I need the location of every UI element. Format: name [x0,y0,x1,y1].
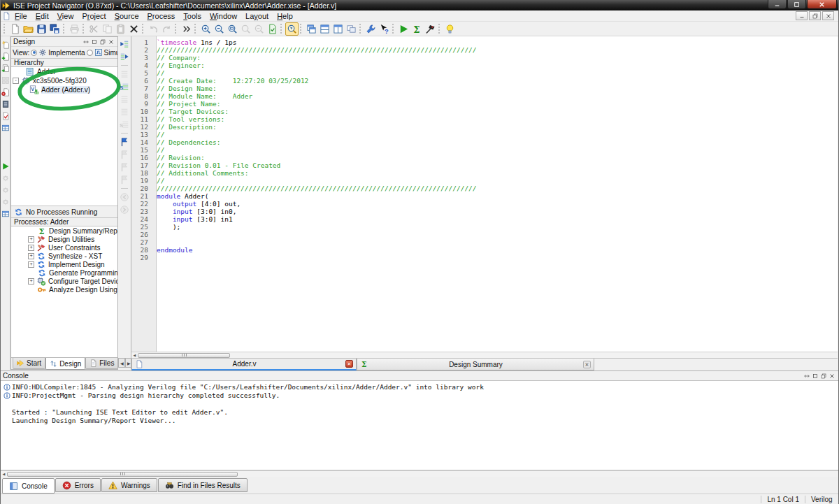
context-help-button[interactable]: ? [378,22,391,36]
tree-expander-icon[interactable]: + [28,261,34,268]
console-maximize-button[interactable] [811,372,819,380]
design-summary-button[interactable]: Σ [410,22,424,36]
tree-expander-icon[interactable]: + [28,253,34,259]
copy-button[interactable] [101,22,114,36]
console-undock-button[interactable] [819,372,828,380]
process-item[interactable]: +Design Utilities [11,235,117,243]
toggle-process-panel-button[interactable] [1,208,10,219]
scroll-left-icon[interactable]: ◀ [1,471,7,477]
mdi-restore-button[interactable] [809,11,821,20]
tab-scroll-left-button[interactable]: ◀ [118,358,125,368]
add-copy-of-source-button[interactable] [1,63,10,73]
print-button[interactable] [68,22,81,36]
remove-source-button[interactable] [1,87,10,97]
panel-tab-start[interactable]: Start [13,358,45,369]
zoom-in-button[interactable] [199,22,213,36]
clear-bookmarks-button[interactable] [119,174,131,185]
save-all-button[interactable] [48,22,62,36]
editor-tab-design-summary[interactable]: ΣDesign Summary✕ [357,359,594,370]
new-source-button[interactable] [1,39,10,50]
project-settings-button[interactable] [364,22,378,36]
run-button[interactable] [397,22,410,36]
menu-project[interactable]: Project [78,11,110,21]
process-item[interactable]: Generate Programming ... [11,268,117,277]
editor-tab-adder-v[interactable]: Adder.v✕ [131,359,357,370]
library-view-button[interactable] [1,99,10,109]
menu-layout[interactable]: Layout [241,11,273,21]
zoom-out-button[interactable] [213,22,226,36]
tree-expander-icon[interactable]: - [13,78,19,84]
zoom-previous-button[interactable] [252,22,266,36]
panel-float-button[interactable] [82,38,90,45]
select-tool-button[interactable] [285,22,299,36]
highlight-lines-3-button[interactable] [119,106,131,117]
smart-lines-2-button[interactable]: S [119,119,131,130]
highlight-lines-button[interactable] [119,69,131,80]
processes-tree[interactable]: ΣDesign Summary/Reports+Design Utilities… [11,226,117,357]
process-item[interactable]: ΣDesign Summary/Reports [11,226,117,235]
next-location-button[interactable] [119,51,131,62]
new-button[interactable] [8,22,22,36]
tree-expander-icon[interactable]: + [28,236,34,243]
refresh-button[interactable] [266,22,279,36]
process-item[interactable]: +Implement Design [11,260,117,268]
menu-process[interactable]: Process [143,11,180,21]
tree-expander-icon[interactable]: + [28,278,34,285]
add-source-button[interactable] [1,51,10,62]
hierarchy-item[interactable]: Adder [11,67,117,76]
rerun-all-processes-button[interactable] [1,185,10,195]
panel-undock-button[interactable] [99,38,107,45]
console-close-button[interactable] [828,372,836,380]
menu-help[interactable]: Help [273,11,297,21]
view-radio-simula[interactable] [87,50,93,56]
paste-button[interactable] [114,22,127,36]
arrange-windows-button[interactable] [345,22,358,36]
process-item[interactable]: Analyze Design Using C... [11,285,117,294]
scrollbar-thumb[interactable] [138,353,230,358]
hierarchy-tree[interactable]: Adder-xc3s500e-5fg320VAdder (Adder.v) [11,67,117,206]
smart-lines-button[interactable]: S [119,81,131,92]
output-tab-errors[interactable]: Errors [55,478,101,492]
output-tab-warnings[interactable]: Warnings [101,478,157,492]
highlight-lines-2-button[interactable] [119,94,131,105]
restore-button[interactable] [787,0,806,9]
close-button[interactable] [807,0,837,9]
open-button[interactable] [22,22,35,36]
tab-close-icon[interactable]: ✕ [583,361,591,368]
panel-tab-design[interactable]: Design [45,358,85,370]
run-process-button[interactable] [1,161,10,171]
menu-source[interactable]: Source [110,11,143,21]
minimize-button[interactable] [768,0,787,9]
cut-button[interactable] [87,22,101,36]
panel-close-button[interactable] [107,38,115,45]
previous-location-button[interactable] [119,38,131,50]
navigate-forward-button[interactable] [119,204,131,215]
toggle-bookmark-button[interactable] [119,136,131,147]
menu-tools[interactable]: Tools [179,11,206,21]
menu-edit[interactable]: Edit [31,11,53,21]
previous-bookmark-button[interactable] [119,161,131,173]
code-area[interactable]: 1`timescale 1ns / 1ps2//////////////////… [131,36,838,352]
delete-button[interactable] [127,22,141,36]
rerun-process-button[interactable] [1,173,10,183]
redo-button[interactable] [160,22,173,36]
scroll-left-icon[interactable]: ◀ [131,352,138,358]
navigate-back-button[interactable] [119,192,131,203]
output-tab-find-in-files-results[interactable]: Find in Files Results [158,478,248,492]
output-tab-console[interactable]: Console [2,478,55,494]
panel-tab-files[interactable]: Files [85,358,118,369]
save-button[interactable] [35,22,48,36]
zoom-full-view-button[interactable] [226,22,239,36]
tab-close-icon[interactable]: ✕ [345,360,353,368]
hierarchy-item[interactable]: VAdder (Adder.v) [11,85,117,94]
panel-maximize-button[interactable] [90,38,99,45]
analyze-button[interactable] [424,22,437,36]
tile-horizontal-button[interactable] [318,22,331,36]
process-item[interactable]: +User Constraints [11,243,117,252]
undo-button[interactable] [147,22,160,36]
mdi-minimize-button[interactable] [796,11,808,20]
cascade-windows-button[interactable] [305,22,318,36]
process-item[interactable]: +Synthesize - XST [11,252,117,260]
next-bookmark-button[interactable] [119,149,131,160]
titlebar[interactable]: ISE Project Navigator (O.87xd) - C:\User… [1,0,838,10]
